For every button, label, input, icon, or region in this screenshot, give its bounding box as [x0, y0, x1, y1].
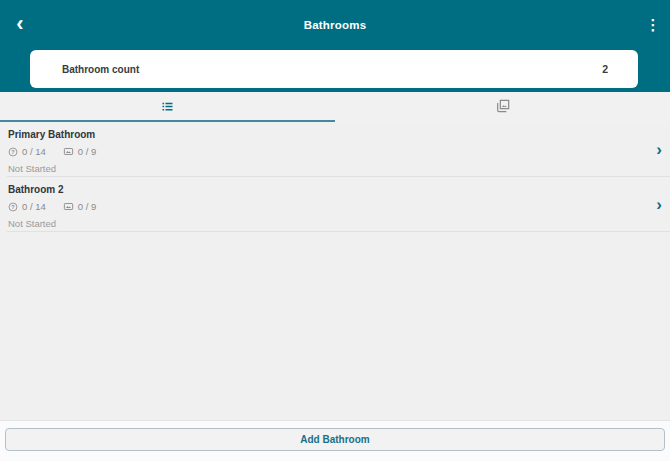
photos-counter: 0 / 9 [63, 146, 97, 157]
image-icon [63, 201, 74, 212]
room-title: Bathroom 2 [8, 184, 640, 196]
add-bathroom-button-label: Add Bathroom [300, 434, 369, 445]
app-screen: ‹ Bathrooms ⋮ Bathroom count 2 [0, 0, 670, 461]
empty-area [0, 232, 670, 420]
photo-library-icon [495, 98, 511, 114]
app-header: ‹ Bathrooms ⋮ Bathroom count 2 [0, 0, 670, 92]
status-text: Not Started [8, 218, 640, 229]
svg-text:?: ? [11, 148, 14, 154]
page-title: Bathrooms [0, 19, 670, 31]
photos-count-text: 0 / 9 [78, 201, 97, 212]
bathroom-count-row[interactable]: Bathroom count 2 [30, 50, 638, 88]
questions-counter: ? 0 / 14 [8, 146, 46, 157]
chevron-right-icon: › [656, 196, 662, 213]
tab-list-view[interactable] [0, 92, 335, 122]
questions-counter: ? 0 / 14 [8, 201, 46, 212]
room-counters: ? 0 / 14 0 / 9 [8, 146, 640, 157]
chevron-right-icon: › [656, 141, 662, 158]
bathroom-count-label: Bathroom count [62, 64, 139, 75]
photos-count-text: 0 / 9 [78, 146, 97, 157]
status-text: Not Started [8, 163, 640, 174]
kebab-menu-icon: ⋮ [646, 17, 661, 32]
list-icon [160, 99, 175, 114]
svg-text:?: ? [11, 203, 14, 209]
bathroom-list: Primary Bathroom ? 0 / 14 0 / 9 [0, 122, 670, 232]
bathroom-count-value: 2 [602, 63, 608, 75]
list-item-primary-bathroom[interactable]: Primary Bathroom ? 0 / 14 0 / 9 [0, 122, 670, 176]
overflow-menu-button[interactable]: ⋮ [641, 12, 665, 36]
bottom-bar: Add Bathroom [0, 420, 670, 461]
questions-count-text: 0 / 14 [22, 146, 46, 157]
questions-count-text: 0 / 14 [22, 201, 46, 212]
photos-counter: 0 / 9 [63, 201, 97, 212]
tab-photos-view[interactable] [335, 92, 670, 122]
tab-bar [0, 92, 670, 122]
help-icon: ? [8, 147, 18, 157]
room-counters: ? 0 / 14 0 / 9 [8, 201, 640, 212]
list-item-bathroom-2[interactable]: Bathroom 2 ? 0 / 14 0 / 9 Not [0, 177, 670, 231]
room-title: Primary Bathroom [8, 129, 640, 141]
image-icon [63, 146, 74, 157]
add-bathroom-button[interactable]: Add Bathroom [5, 428, 665, 451]
help-icon: ? [8, 202, 18, 212]
